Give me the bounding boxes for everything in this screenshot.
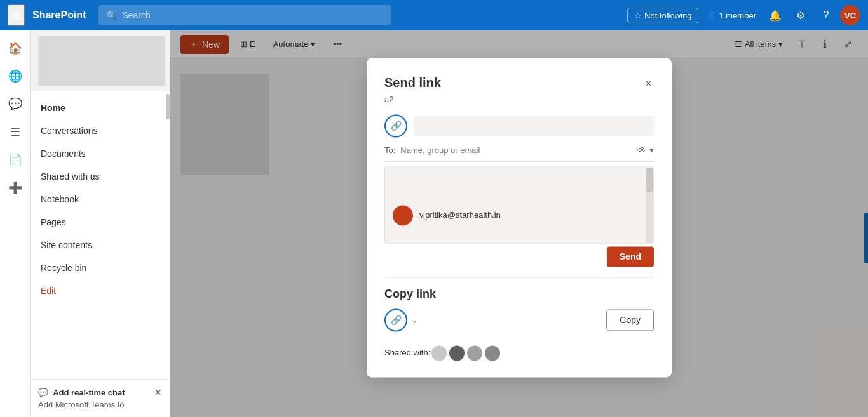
topbar-right: ☆ Not following 👤 1 member 🔔 ⚙ ? VC	[627, 4, 860, 27]
conversations-label: Conversations	[41, 126, 98, 136]
pages-label: Pages	[41, 217, 66, 227]
chat-promo-close[interactable]: ✕	[154, 387, 162, 397]
home-label: Home	[41, 103, 65, 113]
suggestion-email: v.pritika@starhealth.in	[419, 210, 501, 220]
suggestion-dropdown: v.pritika@starhealth.in	[384, 166, 654, 244]
shared-avatar-4	[484, 344, 501, 362]
settings-button[interactable]: ⚙	[789, 4, 812, 27]
sidebar-item-shared-with-us[interactable]: Shared with us	[31, 165, 170, 188]
member-button[interactable]: 👤 1 member	[701, 8, 761, 23]
send-link-row: 🔗	[384, 114, 654, 137]
person-icon: 👤	[706, 11, 716, 20]
modal-header: Send link ×	[384, 76, 654, 92]
modal-close-button[interactable]: ×	[643, 76, 654, 92]
copy-link-icon-circle: 🔗	[384, 308, 407, 331]
search-bar: 🔍	[98, 5, 391, 25]
to-label: To:	[384, 145, 395, 155]
sidebar-logo-area	[31, 30, 170, 91]
to-chevron-button[interactable]: ▾	[649, 145, 654, 155]
suggestion-list: v.pritika@starhealth.in	[385, 167, 653, 243]
modal-subtitle: a2	[384, 95, 654, 104]
edit-label: Edit	[41, 286, 56, 296]
suggestion-avatar	[393, 205, 413, 225]
to-field-icons: 👁 ▾	[637, 145, 654, 156]
waffle-button[interactable]: ⊞	[8, 4, 25, 26]
modal-divider	[384, 277, 654, 277]
shared-avatar-1	[430, 344, 448, 362]
shared-avatar-3	[466, 344, 484, 362]
shared-avatar-2	[448, 344, 466, 362]
not-following-label: Not following	[644, 11, 691, 20]
send-btn-row: Send	[384, 246, 654, 267]
link-icon-circle: 🔗	[384, 114, 407, 137]
app-logo: SharePoint	[32, 10, 86, 21]
modal-title: Send link	[384, 76, 441, 90]
icon-chat[interactable]: 💬	[3, 91, 28, 117]
to-input[interactable]	[400, 145, 637, 155]
notification-button[interactable]: 🔔	[764, 4, 787, 27]
star-icon: ☆	[634, 11, 642, 20]
copy-link-icon: 🔗	[391, 315, 402, 325]
scrollbar-thumb	[646, 167, 653, 192]
sidebar-bottom-panel: 💬 Add real-time chat ✕ Add Microsoft Tea…	[31, 379, 170, 417]
link-icon: 🔗	[391, 121, 402, 131]
avatar[interactable]: VC	[840, 5, 860, 25]
sidebar-item-home[interactable]: Home	[31, 96, 170, 119]
documents-label: Documents	[41, 149, 86, 159]
search-icon: 🔍	[106, 10, 117, 20]
chat-promo-title: 💬 Add real-time chat	[38, 388, 125, 397]
icon-bar: 🏠 🌐 💬 ☰ 📄 ➕	[0, 30, 31, 417]
site-contents-label: Site contents	[41, 240, 92, 250]
shared-with-label: Shared with:	[384, 348, 430, 357]
sidebar-nav: Home Conversations Documents Shared with…	[31, 91, 170, 379]
copy-link-title: Copy link	[384, 288, 654, 301]
send-link-modal: Send link × a2 🔗 To: 👁 ▾	[367, 58, 672, 377]
copy-link-row: 🔗 › Copy	[384, 308, 654, 331]
to-field-row: To: 👁 ▾	[384, 145, 654, 161]
suggestion-item[interactable]: v.pritika@starhealth.in	[385, 199, 653, 232]
icon-add[interactable]: ➕	[3, 175, 28, 201]
copy-link-arrow: ›	[414, 317, 600, 325]
search-input[interactable]	[122, 10, 383, 20]
main-layout: 🏠 🌐 💬 ☰ 📄 ➕ Home Conversations Documents…	[0, 30, 868, 417]
sidebar-item-recycle-bin[interactable]: Recycle bin	[31, 256, 170, 279]
member-label: 1 member	[719, 11, 756, 20]
shared-with-us-label: Shared with us	[41, 171, 100, 182]
topbar: ⊞ SharePoint 🔍 ☆ Not following 👤 1 membe…	[0, 0, 868, 30]
sidebar-item-notebook[interactable]: Notebook	[31, 188, 170, 211]
copy-button[interactable]: Copy	[606, 309, 654, 331]
suggestion-scrollbar[interactable]	[646, 167, 653, 243]
content-area: ＋ New ⊞ E Automate ▾ ••• ☰ All items ▾	[170, 30, 868, 417]
send-button[interactable]: Send	[607, 246, 654, 267]
site-logo	[38, 36, 165, 86]
sidebar-item-conversations[interactable]: Conversations	[31, 119, 170, 142]
link-display-input	[414, 116, 654, 136]
sidebar-item-pages[interactable]: Pages	[31, 211, 170, 234]
eye-icon-button[interactable]: 👁	[637, 145, 647, 156]
shared-with-row: Shared with:	[384, 344, 654, 362]
chat-promo-subtitle: Add Microsoft Teams to	[38, 400, 125, 409]
sidebar-scroll-indicator	[166, 94, 170, 119]
icon-home[interactable]: 🏠	[3, 36, 28, 61]
notebook-label: Notebook	[41, 194, 79, 204]
not-following-button[interactable]: ☆ Not following	[627, 8, 698, 23]
sidebar: Home Conversations Documents Shared with…	[31, 30, 170, 417]
sidebar-item-site-contents[interactable]: Site contents	[31, 234, 170, 256]
sidebar-item-documents[interactable]: Documents	[31, 142, 170, 165]
recycle-bin-label: Recycle bin	[41, 263, 86, 273]
help-button[interactable]: ?	[815, 4, 837, 27]
icon-document[interactable]: 📄	[3, 147, 28, 173]
icon-list[interactable]: ☰	[3, 119, 28, 145]
sidebar-item-edit[interactable]: Edit	[31, 279, 170, 302]
icon-globe[interactable]: 🌐	[3, 63, 28, 89]
